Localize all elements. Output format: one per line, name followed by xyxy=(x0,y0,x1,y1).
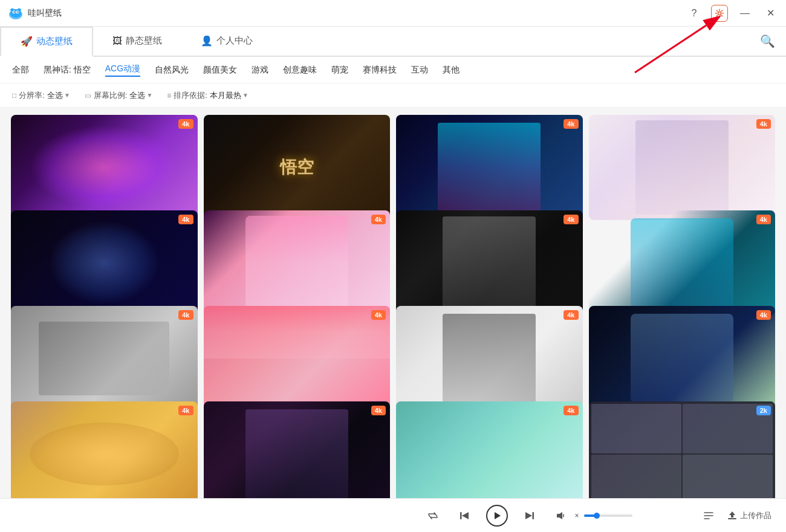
cat-cute[interactable]: 萌宠 xyxy=(331,65,348,76)
wallpaper-card[interactable]: 4k xyxy=(396,306,583,411)
category-bar: 全部 黑神话: 悟空 ACG动漫 自然风光 颜值美女 游戏 创意趣味 萌宠 赛博… xyxy=(0,57,786,83)
cat-black-myth[interactable]: 黑神话: 悟空 xyxy=(44,65,91,76)
player-bar: × 上传作品 xyxy=(0,498,786,532)
card-visual xyxy=(631,314,733,403)
settings-button[interactable] xyxy=(711,5,728,22)
sort-caret: ▼ xyxy=(242,92,248,99)
resolution-filter[interactable]: □ 分辨率: 全选 ▼ xyxy=(12,90,70,101)
aspect-filter[interactable]: ▭ 屏幕比例: 全选 ▼ xyxy=(85,90,153,101)
resolution-icon: □ xyxy=(12,91,16,100)
wallpaper-card[interactable]: 4k xyxy=(11,401,198,498)
cat-all[interactable]: 全部 xyxy=(12,65,29,76)
volume-button[interactable] xyxy=(551,506,571,525)
playlist-button[interactable] xyxy=(699,506,718,525)
card-content xyxy=(589,115,776,220)
card-content xyxy=(589,306,776,411)
svg-marker-14 xyxy=(557,512,562,519)
card-content xyxy=(396,401,583,498)
static-tab-icon: 🖼 xyxy=(112,36,122,47)
wallpaper-card[interactable]: 4k xyxy=(11,115,198,220)
logo-area: 哇叫壁纸 xyxy=(7,5,62,22)
close-button[interactable]: ✕ xyxy=(762,5,779,22)
sort-dropdown[interactable]: 本月最热 ▼ xyxy=(210,90,248,101)
help-button[interactable]: ? xyxy=(686,5,703,22)
dynamic-tab-icon: 🚀 xyxy=(21,36,33,47)
next-icon xyxy=(524,510,536,522)
wallpaper-card[interactable]: 4k xyxy=(396,115,583,220)
cat-creative[interactable]: 创意趣味 xyxy=(283,65,317,76)
loop-icon xyxy=(427,510,439,522)
cat-cyber[interactable]: 赛博科技 xyxy=(363,65,397,76)
static-tab-label: 静态壁纸 xyxy=(126,35,162,47)
wallpaper-card[interactable]: 4k xyxy=(589,210,776,316)
wallpaper-card[interactable]: 4k xyxy=(204,210,391,316)
quality-badge: 4k xyxy=(178,119,193,129)
card-content xyxy=(396,115,583,220)
resolution-dropdown[interactable]: 全选 ▼ xyxy=(47,90,70,101)
minimize-button[interactable]: — xyxy=(736,5,753,22)
quality-badge: 4k xyxy=(178,215,193,224)
quality-badge: 4k xyxy=(564,310,578,320)
card-visual xyxy=(30,423,179,485)
card-visual xyxy=(396,401,583,498)
cat-interactive[interactable]: 互动 xyxy=(411,65,428,76)
card-visual xyxy=(589,401,776,498)
wallpaper-card[interactable]: 4k xyxy=(589,306,776,411)
card-content xyxy=(11,401,198,498)
tab-dynamic[interactable]: 🚀 动态壁纸 xyxy=(0,27,93,57)
aspect-label: 屏幕比例: xyxy=(94,90,128,101)
search-button[interactable]: 🔍 xyxy=(760,34,775,48)
wallpaper-card[interactable]: 2k xyxy=(589,401,776,498)
profile-tab-icon: 👤 xyxy=(201,35,213,47)
wallpaper-card[interactable]: 悟空 xyxy=(204,115,391,220)
svg-point-4 xyxy=(13,11,15,12)
upload-button[interactable]: 上传作品 xyxy=(727,510,771,521)
volume-slider[interactable] xyxy=(584,514,632,517)
tab-static[interactable]: 🖼 静态壁纸 xyxy=(93,27,181,57)
prev-icon xyxy=(458,510,470,522)
quality-badge: 4k xyxy=(564,406,578,415)
wallpaper-card[interactable]: 4k xyxy=(204,401,391,498)
quality-badge: 4k xyxy=(178,310,193,320)
wallpaper-card[interactable]: 4k xyxy=(11,210,198,316)
card-content xyxy=(204,210,391,316)
aspect-dropdown[interactable]: 全选 ▼ xyxy=(129,90,152,101)
card-content xyxy=(204,306,391,411)
svg-marker-20 xyxy=(729,511,735,517)
wallpaper-card[interactable]: 4k xyxy=(11,306,198,411)
cat-acg[interactable]: ACG动漫 xyxy=(105,63,140,77)
card-visual xyxy=(245,216,348,310)
dynamic-tab-label: 动态壁纸 xyxy=(36,36,73,47)
prev-button[interactable] xyxy=(455,506,474,525)
cat-other[interactable]: 其他 xyxy=(443,65,460,76)
aspect-icon: ▭ xyxy=(85,91,91,100)
titlebar: 哇叫壁纸 ? — ✕ xyxy=(0,0,786,27)
wallpaper-card[interactable]: 4k xyxy=(396,401,583,498)
card-visual xyxy=(48,221,160,305)
tab-profile[interactable]: 👤 个人中心 xyxy=(181,27,272,57)
sort-filter[interactable]: ≡ 排序依据: 本月最热 ▼ xyxy=(167,90,248,101)
loop-button[interactable] xyxy=(423,506,443,525)
quality-badge: 4k xyxy=(371,406,386,415)
volume-area: × xyxy=(551,506,632,525)
wallpaper-card[interactable]: 4k xyxy=(396,210,583,316)
next-button[interactable] xyxy=(520,506,539,525)
card-content xyxy=(11,210,198,316)
cat-beauty[interactable]: 颜值美女 xyxy=(203,65,237,76)
quality-badge: 4k xyxy=(371,215,386,224)
cat-nature[interactable]: 自然风光 xyxy=(155,65,189,76)
play-button[interactable] xyxy=(486,505,508,527)
card-visual xyxy=(438,123,541,212)
card-content xyxy=(396,210,583,316)
card-content xyxy=(589,210,776,316)
svg-rect-19 xyxy=(728,518,736,519)
card-content: 悟空 xyxy=(204,115,391,220)
wallpaper-card[interactable]: 4k xyxy=(589,115,776,220)
card-visual: 悟空 xyxy=(280,156,314,179)
wallpaper-card[interactable]: 4k xyxy=(204,306,391,411)
quality-badge: 2k xyxy=(756,406,771,415)
play-icon xyxy=(493,511,501,520)
cat-game[interactable]: 游戏 xyxy=(252,65,268,76)
card-visual xyxy=(443,314,536,403)
gear-icon xyxy=(715,8,724,18)
